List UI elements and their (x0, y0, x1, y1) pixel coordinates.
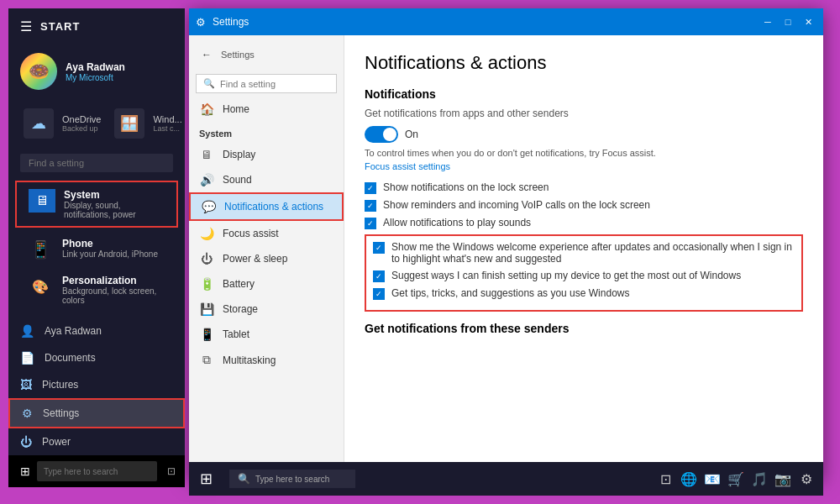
taskbar-search-placeholder: Type here to search (255, 475, 329, 484)
home-label: Home (223, 103, 249, 115)
user-section: 🍩 Aya Radwan My Microsoft (8, 45, 185, 98)
user-name: Aya Radwan (66, 61, 125, 73)
power-sleep-label: Power & sleep (223, 253, 287, 265)
maximize-button[interactable]: □ (780, 13, 796, 30)
display-icon: 🖥 (199, 148, 214, 161)
sidebar-item-multitasking[interactable]: ⧉ Multitasking (189, 347, 344, 373)
list-item[interactable]: 🪟 Wind... Last c... (111, 103, 185, 144)
music-icon[interactable]: 🎵 (749, 471, 769, 487)
documents-label: Documents (45, 352, 96, 364)
focus-assist-text: To control times when you do or don't ge… (365, 148, 803, 158)
onedrive-label: OneDrive (62, 114, 101, 124)
toggle-label: On (405, 129, 418, 140)
start-search-input[interactable] (20, 154, 173, 172)
checkbox-welcome-label: Show me the Windows welcome experience a… (391, 241, 795, 265)
system-sublabel: Display, sound, notifications, power (64, 201, 165, 219)
titlebar-title: Settings (206, 16, 759, 28)
phone-settings-item[interactable]: 📱 Phone Link your Android, iPhone (15, 231, 178, 268)
taskbar-search-input[interactable] (37, 461, 157, 481)
start-header: ☰ START (8, 8, 185, 45)
task-view-icon[interactable]: ⊡ (655, 471, 675, 487)
checkbox-sounds: ✓ Allow notifications to play sounds (365, 217, 803, 229)
sidebar-item-storage[interactable]: 💾 Storage (189, 297, 344, 322)
phone-label: Phone (62, 238, 158, 249)
checkbox-welcome-input[interactable]: ✓ (373, 242, 385, 254)
multitasking-label: Multitasking (223, 354, 276, 366)
checkbox-tips-input[interactable]: ✓ (373, 288, 385, 300)
settings-search-input[interactable] (220, 79, 329, 89)
checkbox-welcome: ✓ Show me the Windows welcome experience… (373, 241, 795, 265)
tablet-label: Tablet (223, 328, 249, 340)
windows-tile-icon: 🪟 (114, 108, 144, 139)
display-label: Display (223, 149, 255, 160)
sidebar-item-home[interactable]: 🏠 Home (189, 97, 344, 122)
taskbar-search-area[interactable]: 🔍 Type here to search (229, 470, 355, 488)
notifications-icon: 💬 (201, 200, 216, 213)
sound-label: Sound (223, 174, 252, 186)
task-view-icon[interactable]: ⊡ (167, 465, 176, 477)
taskbar-icons: ⊡ 🌐 📧 🛒 🎵 📷 ⚙ (655, 471, 823, 487)
sidebar-item-pictures[interactable]: 🖼 Pictures (8, 371, 185, 398)
windows-tile-status: Last c... (153, 124, 181, 133)
sound-icon: 🔊 (199, 173, 214, 186)
windows-tile-label: Wind... (153, 114, 181, 124)
personalization-label: Personalization (62, 275, 166, 286)
sidebar-item-settings[interactable]: ⚙ Settings (8, 398, 185, 428)
windows-taskbar-button[interactable]: ⊞ (189, 462, 223, 496)
photos-icon[interactable]: 📷 (773, 471, 793, 487)
notifications-toggle[interactable] (365, 126, 398, 143)
sidebar-item-notifications[interactable]: 💬 Notifications & actions (189, 192, 344, 221)
get-notifications-title: Get notifications from these senders (365, 322, 803, 335)
sidebar-item-documents[interactable]: 📄 Documents (8, 344, 185, 371)
checkbox-voip-label: Show reminders and incoming VoIP calls o… (383, 199, 650, 211)
pictures-label: Pictures (42, 379, 78, 391)
system-settings-item[interactable]: 🖥 System Display, sound, notifications, … (15, 181, 178, 228)
checkbox-tips: ✓ Get tips, tricks, and suggestions as y… (373, 287, 795, 300)
checkbox-setup-label: Suggest ways I can finish setting up my … (391, 270, 741, 281)
start-menu: ☰ START 🍩 Aya Radwan My Microsoft ☁ OneD… (8, 8, 185, 487)
sidebar-item-tablet[interactable]: 📱 Tablet (189, 322, 344, 347)
focus-assist-link[interactable]: Focus assist settings (365, 161, 803, 171)
start-taskbar: ⊞ ⊡ (8, 455, 185, 487)
close-button[interactable]: ✕ (800, 13, 816, 30)
minimize-button[interactable]: ─ (759, 13, 776, 30)
user-info: Aya Radwan My Microsoft (66, 61, 125, 82)
list-item[interactable]: ☁ OneDrive Backed up (20, 103, 104, 144)
checkbox-lock-screen-input[interactable]: ✓ (365, 182, 376, 194)
settings-icon: ⚙ (22, 407, 33, 420)
tablet-icon: 📱 (199, 328, 214, 341)
phone-sublabel: Link your Android, iPhone (62, 249, 158, 259)
sidebar-item-display[interactable]: 🖥 Display (189, 142, 344, 167)
user-account[interactable]: My Microsoft (66, 73, 125, 82)
sidebar-item-sound[interactable]: 🔊 Sound (189, 167, 344, 192)
system-label: System (64, 189, 165, 201)
checkbox-lock-screen-label: Show notifications on the lock screen (383, 181, 549, 193)
settings-search-bar[interactable]: 🔍 (196, 74, 337, 93)
multitasking-icon: ⧉ (199, 353, 214, 367)
store-icon[interactable]: 🛒 (726, 471, 746, 487)
notifications-section-title: Notifications (365, 87, 803, 101)
page-title: Notifications & actions (365, 52, 803, 74)
notifications-subtitle: Get notifications from apps and other se… (365, 108, 803, 119)
back-button[interactable]: ← (197, 45, 216, 64)
focus-icon: 🌙 (199, 227, 214, 240)
personalization-item[interactable]: 🎨 Personalization Background, lock scree… (15, 268, 178, 312)
checkbox-voip: ✓ Show reminders and incoming VoIP calls… (365, 199, 803, 212)
avatar[interactable]: 🍩 (20, 53, 57, 90)
sidebar-item-power[interactable]: ⏻ Power (8, 428, 185, 455)
checkbox-setup-input[interactable]: ✓ (373, 270, 385, 282)
notifications-label: Notifications & actions (224, 201, 323, 213)
checkbox-sounds-input[interactable]: ✓ (365, 218, 376, 229)
mail-icon[interactable]: 📧 (702, 471, 722, 487)
sidebar-item-power[interactable]: ⏻ Power & sleep (189, 246, 344, 271)
checkbox-voip-input[interactable]: ✓ (365, 200, 376, 212)
network-icon[interactable]: 🌐 (679, 471, 699, 487)
settings-taskbar-icon[interactable]: ⚙ (796, 471, 816, 487)
sidebar-item-battery[interactable]: 🔋 Battery (189, 271, 344, 297)
sidebar-item-focus[interactable]: 🌙 Focus assist (189, 221, 344, 246)
sidebar-item-user[interactable]: 👤 Aya Radwan (8, 318, 185, 344)
focus-label: Focus assist (223, 228, 279, 239)
hamburger-icon[interactable]: ☰ (20, 18, 32, 34)
taskbar-search-icon: 🔍 (238, 473, 250, 485)
windows-start-button[interactable]: ⊞ (20, 460, 30, 482)
